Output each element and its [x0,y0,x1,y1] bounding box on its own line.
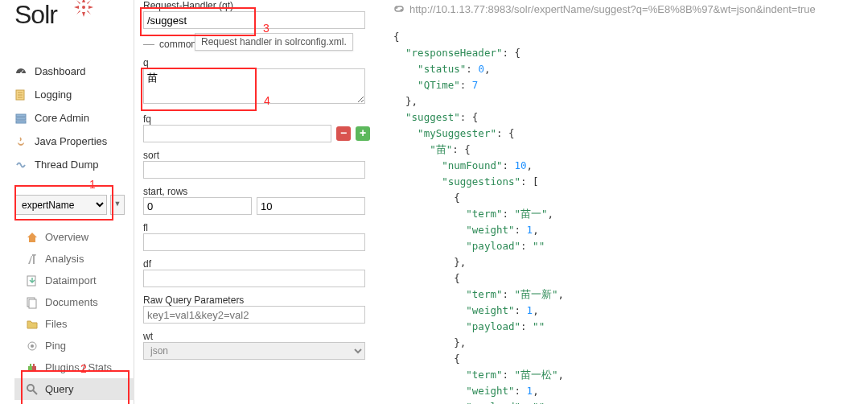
fl-label: fl [143,222,372,233]
svg-rect-16 [32,366,36,370]
add-fq-button[interactable]: + [356,126,370,141]
dashboard-icon [14,65,27,78]
raw-input[interactable] [143,306,365,324]
minus-icon [143,44,154,45]
q-input[interactable]: 苗 [143,68,365,104]
query-icon [26,383,39,396]
subnav-label: Query [45,383,73,395]
svg-rect-18 [33,364,35,366]
nav-logging[interactable]: Logging [14,83,132,106]
remove-fq-button[interactable]: − [336,126,351,141]
nav-label: Core Admin [35,112,89,124]
subnav-analysis[interactable]: Analysis [26,248,130,270]
subnav-label: Overview [45,231,88,243]
nav-label: Thread Dump [35,159,98,171]
sort-label: sort [143,150,372,161]
subnav-query[interactable]: Query [14,378,134,400]
subnav-label: Dataimport [45,274,97,287]
qt-input[interactable] [143,11,365,29]
nav-label: Dashboard [35,65,86,77]
nav-label: Logging [35,89,72,101]
query-form: Request-Handler (qt) Request handler in … [143,0,372,404]
logo: Solr [14,0,57,30]
sidebar: Solr Dashboard Logging Core Admin Java P… [0,0,134,404]
svg-rect-12 [29,299,36,308]
fq-label: fq [143,113,372,125]
wt-label: wt [143,331,372,342]
svg-rect-7 [16,114,26,117]
subnav-dataimport[interactable]: Dataimport [26,270,130,291]
nav-threaddump[interactable]: Thread Dump [14,153,132,176]
subnav-plugins[interactable]: Plugins / Stats [26,357,130,378]
url-bar[interactable]: http://10.1.13.77:8983/solr/expertName/s… [393,0,868,18]
response-panel: http://10.1.13.77:8983/solr/expertName/s… [393,0,868,404]
svg-rect-8 [16,117,26,120]
nav-dashboard[interactable]: Dashboard [14,60,132,83]
fq-input[interactable] [143,125,331,142]
svg-rect-15 [28,366,32,370]
common-label: common [159,39,196,50]
rows-input[interactable] [257,197,365,215]
ping-icon [26,340,39,352]
logging-icon [14,89,27,101]
dropdown-icon[interactable]: ▼ [110,195,125,215]
nav-javaprops[interactable]: Java Properties [14,130,132,153]
q-label: q [143,57,372,68]
subnav-ping[interactable]: Ping [26,335,130,357]
df-input[interactable] [143,270,365,287]
core-select[interactable]: expertName [14,195,107,215]
qt-label: Request-Handler (qt) [143,0,372,11]
startrows-label: start, rows [143,186,372,197]
request-url: http://10.1.13.77:8983/solr/expertName/s… [409,3,816,15]
subnav-label: Plugins / Stats [45,361,112,373]
qt-tooltip: Request handler in solrconfig.xml. [195,33,353,51]
core-subnav: Overview Analysis Dataimport Documents F… [26,226,130,400]
svg-rect-17 [30,364,31,366]
home-icon [26,231,39,244]
svg-point-19 [27,385,34,391]
coreadmin-icon [14,112,27,125]
subnav-files[interactable]: Files [26,313,130,335]
sun-icon [72,0,95,25]
start-input[interactable] [143,197,252,215]
subnav-label: Ping [45,340,66,352]
java-icon [14,135,27,148]
raw-label: Raw Query Parameters [143,295,372,306]
dataimport-icon [26,274,39,287]
link-icon [393,3,405,14]
nav-label: Java Properties [35,135,107,147]
analysis-icon [26,253,39,266]
nav-coreadmin[interactable]: Core Admin [14,106,132,130]
svg-line-20 [33,390,37,394]
wt-select[interactable]: json [143,342,365,360]
svg-rect-9 [16,121,26,123]
subnav-label: Documents [45,296,98,308]
svg-point-0 [82,6,85,9]
json-response: { "responseHeader": { "status": 0, "QTim… [393,29,868,404]
subnav-documents[interactable]: Documents [26,291,130,313]
files-icon [26,318,39,331]
subnav-label: Analysis [45,253,84,265]
documents-icon [26,296,39,309]
plugins-icon [26,361,39,374]
logo-text: Solr [14,0,57,29]
core-selector[interactable]: expertName ▼ [14,195,125,215]
subnav-overview[interactable]: Overview [26,226,130,248]
sort-input[interactable] [143,161,365,179]
fl-input[interactable] [143,233,365,251]
svg-point-14 [31,344,34,348]
df-label: df [143,258,372,270]
main-nav: Dashboard Logging Core Admin Java Proper… [14,60,132,176]
thread-icon [14,159,27,171]
subnav-label: Files [45,318,67,330]
